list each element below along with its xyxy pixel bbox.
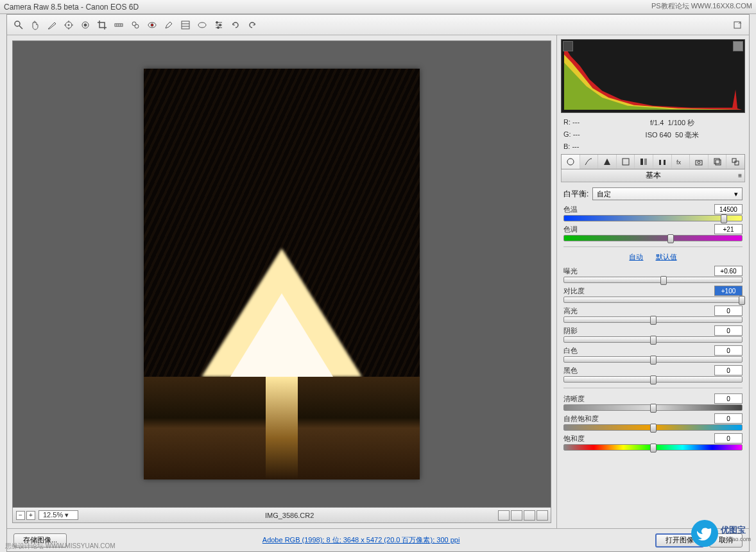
preview-area: − + 12.5% ▾ IMG_3586.CR2 — [7, 35, 556, 528]
clarity-input[interactable] — [714, 393, 743, 404]
svg-point-26 — [219, 24, 221, 26]
exposure-input[interactable] — [714, 266, 743, 276]
svg-point-37 — [698, 161, 700, 164]
tint-thumb[interactable] — [667, 234, 674, 243]
hand-tool-icon[interactable] — [29, 19, 42, 31]
saturation-input[interactable] — [714, 433, 743, 444]
panel-menu-icon[interactable]: ≡ — [738, 172, 742, 179]
auto-link[interactable]: 自动 — [629, 253, 643, 261]
prefs-icon[interactable] — [212, 19, 225, 31]
svg-point-25 — [216, 21, 218, 23]
tab-hsl[interactable] — [617, 155, 635, 169]
tab-presets[interactable] — [709, 155, 726, 169]
highlight-clip-icon[interactable] — [733, 41, 743, 51]
whites-input[interactable] — [714, 345, 743, 356]
meta-b: B: --- — [557, 141, 749, 151]
slider-tint: 色调 — [563, 224, 743, 241]
auto-default-links: 自动 默认值 — [563, 252, 743, 262]
menu-icon[interactable] — [537, 510, 548, 521]
tab-fx[interactable]: fx — [672, 155, 690, 169]
slider-vibrance: 自然饱和度 — [563, 413, 743, 431]
tab-snapshot[interactable] — [726, 155, 744, 169]
highlights-input[interactable] — [714, 306, 743, 316]
zoom-in-button[interactable]: + — [26, 511, 35, 520]
svg-point-21 — [198, 22, 206, 28]
tab-split[interactable] — [635, 155, 653, 169]
tab-basic[interactable] — [562, 155, 580, 169]
rotate-ccw-icon[interactable] — [229, 19, 242, 31]
titlebar: Camera Raw 8.5 beta - Canon EOS 6D — [0, 0, 756, 14]
panel-title: 基本 ≡ — [561, 169, 745, 182]
radial-filter-icon[interactable] — [196, 19, 209, 31]
meta-g: G: ---ISO 640 50 毫米 — [557, 129, 749, 141]
preview-footer: − + 12.5% ▾ IMG_3586.CR2 — [12, 508, 551, 523]
redeye-tool-icon[interactable] — [146, 19, 159, 31]
slider-shadows: 阴影 — [563, 325, 743, 343]
crop-tool-icon[interactable] — [96, 19, 108, 31]
tint-track[interactable] — [563, 235, 743, 241]
compare-icon[interactable] — [524, 510, 535, 521]
temp-thumb[interactable] — [721, 214, 727, 223]
svg-point-0 — [15, 21, 20, 26]
svg-rect-33 — [659, 160, 661, 165]
grad-filter-icon[interactable] — [179, 19, 192, 31]
svg-point-15 — [135, 24, 139, 28]
slider-saturation: 饱和度 — [563, 433, 743, 451]
svg-rect-38 — [714, 159, 719, 164]
temp-input[interactable] — [714, 204, 743, 214]
tab-camera[interactable] — [690, 155, 708, 169]
svg-rect-40 — [732, 159, 736, 162]
mark-delete-icon[interactable] — [731, 19, 744, 31]
slider-whites: 白色 — [563, 345, 743, 363]
tab-curve[interactable] — [580, 155, 598, 169]
window-title: Camera Raw 8.5 beta - Canon EOS 6D — [4, 3, 139, 12]
shadows-input[interactable] — [714, 325, 743, 336]
zoom-select[interactable]: 12.5% ▾ — [39, 510, 78, 520]
svg-rect-30 — [623, 159, 629, 165]
spot-removal-icon[interactable] — [129, 19, 142, 31]
svg-rect-32 — [644, 159, 647, 165]
rotate-cw-icon[interactable] — [246, 19, 259, 31]
svg-rect-31 — [640, 159, 643, 165]
slider-clarity: 清晰度 — [563, 393, 743, 411]
svg-point-3 — [68, 24, 69, 26]
right-panel: R: ---f/1.4 1/100 秒 G: ---ISO 640 50 毫米 … — [556, 35, 749, 528]
grid-icon[interactable] — [511, 510, 522, 521]
zoom-tool-icon[interactable] — [12, 19, 25, 31]
white-balance-tool-icon[interactable] — [46, 19, 58, 31]
filename: IMG_3586.CR2 — [81, 512, 498, 519]
app-window: − + 12.5% ▾ IMG_3586.CR2 — [6, 14, 750, 552]
svg-rect-41 — [735, 161, 739, 165]
svg-line-1 — [19, 26, 22, 29]
wb-dropdown[interactable]: 自定▾ — [592, 187, 743, 200]
tab-detail[interactable] — [598, 155, 616, 169]
slider-exposure: 曝光 — [563, 266, 743, 283]
filter-icon[interactable] — [498, 510, 510, 521]
svg-rect-18 — [182, 21, 189, 29]
slider-blacks: 黑色 — [563, 365, 743, 383]
contrast-input[interactable] — [714, 286, 743, 296]
target-adjust-icon[interactable] — [79, 19, 92, 31]
photo-content — [144, 69, 420, 479]
vibrance-input[interactable] — [714, 413, 743, 424]
color-sampler-icon[interactable] — [62, 19, 75, 31]
tab-lens[interactable] — [653, 155, 671, 169]
adjust-brush-icon[interactable] — [162, 19, 175, 31]
panel-tabs: fx — [561, 154, 745, 169]
image-preview[interactable] — [12, 40, 551, 508]
blacks-input[interactable] — [714, 365, 743, 375]
default-link[interactable]: 默认值 — [656, 253, 677, 261]
slider-contrast: 对比度 — [563, 286, 743, 303]
shadow-clip-icon[interactable] — [563, 41, 573, 51]
meta-r: R: ---f/1.4 1/100 秒 — [557, 117, 749, 129]
workflow-link[interactable]: Adobe RGB (1998); 8 位; 3648 x 5472 (20.0… — [72, 535, 650, 545]
wb-label: 白平衡: — [563, 189, 588, 200]
temp-track[interactable] — [563, 215, 743, 221]
toolbar — [7, 15, 749, 35]
straighten-tool-icon[interactable] — [112, 19, 125, 31]
slider-temp: 色温 — [563, 204, 743, 221]
svg-point-27 — [218, 26, 219, 28]
tint-input[interactable] — [714, 224, 743, 234]
zoom-out-button[interactable]: − — [16, 511, 25, 520]
slider-highlights: 高光 — [563, 306, 743, 323]
